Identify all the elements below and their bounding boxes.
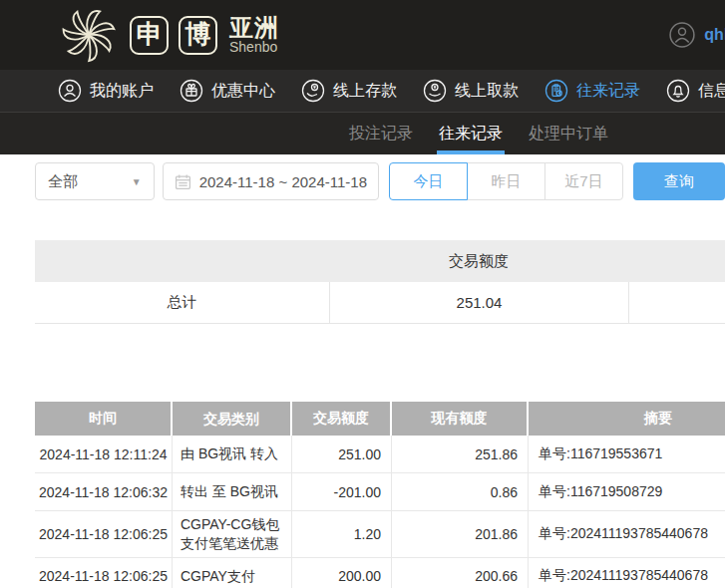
col-summary: 摘要 xyxy=(529,402,725,436)
nav-item-my-account[interactable]: 我的账户 xyxy=(58,79,154,103)
tab-label: 处理中订单 xyxy=(529,125,608,142)
cell-amount: 1.20 xyxy=(292,511,392,557)
calendar-icon xyxy=(175,173,191,190)
cell-time: 2024-11-18 12:06:25 xyxy=(35,558,173,588)
summary-table: 交易额度 总计 251.04 xyxy=(35,240,725,324)
cell-time: 2024-11-18 12:06:25 xyxy=(35,511,173,557)
nav-label: 信息 xyxy=(698,81,725,102)
logo-subtitle: Shenbo xyxy=(229,40,279,55)
table-row: 2024-11-18 12:06:25 CGPAY支付 200.00 200.6… xyxy=(35,558,725,588)
active-tab-underline xyxy=(437,150,505,154)
tab-label: 往来记录 xyxy=(439,125,503,142)
summary-header-row: 交易额度 xyxy=(35,240,725,282)
col-time: 时间 xyxy=(35,402,173,436)
bell-icon xyxy=(666,79,690,103)
gift-icon xyxy=(180,79,203,103)
quick-date-group: 今日 昨日 近7日 xyxy=(389,162,623,200)
filter-row: 全部 ▼ 2024-11-18 ~ 2024-11-18 今日 昨日 近7日 查… xyxy=(35,162,725,200)
nav-label: 线上存款 xyxy=(333,81,397,102)
cell-amount: 251.00 xyxy=(292,436,392,472)
nav-item-deposit[interactable]: 线上存款 xyxy=(301,79,397,103)
transactions-table: 时间 交易类别 交易额度 现有额度 摘要 2024-11-18 12:11:24… xyxy=(35,402,725,588)
flower-logo-icon xyxy=(58,4,120,66)
sub-nav: 投注记录 往来记录 处理中订单 xyxy=(0,113,725,154)
cell-balance: 0.86 xyxy=(392,473,529,510)
cell-time: 2024-11-18 12:06:32 xyxy=(35,473,173,510)
type-select[interactable]: 全部 ▼ xyxy=(35,162,155,200)
col-balance: 现有额度 xyxy=(392,402,529,436)
col-amount: 交易额度 xyxy=(292,402,392,436)
cell-amount: -201.00 xyxy=(292,473,392,510)
col-type: 交易类别 xyxy=(173,402,292,436)
cell-summary: 单号:116719508729 xyxy=(529,473,725,510)
tab-betting-records[interactable]: 投注记录 xyxy=(349,113,413,154)
table-header-row: 时间 交易类别 交易额度 现有额度 摘要 xyxy=(35,402,725,436)
logo-region-text: 亚洲 xyxy=(229,15,279,40)
nav-item-messages[interactable]: 信息 xyxy=(666,79,725,103)
site-logo[interactable]: 申 博 亚洲 Shenbo xyxy=(58,4,279,66)
cell-type: 由 BG视讯 转入 xyxy=(173,436,292,472)
main-nav: 我的账户 优惠中心 线上存款 线上取款 往来记录 xyxy=(0,70,725,113)
summary-header-label: 交易额度 xyxy=(329,252,628,271)
nav-label: 我的账户 xyxy=(90,81,154,102)
cell-summary: 单号:116719553671 xyxy=(529,436,725,472)
table-row: 2024-11-18 12:06:25 CGPAY-CG钱包支付笔笔送优惠 1.… xyxy=(35,511,725,558)
cell-balance: 200.66 xyxy=(392,558,529,588)
withdraw-icon xyxy=(423,79,447,103)
table-row: 2024-11-18 12:11:24 由 BG视讯 转入 251.00 251… xyxy=(35,436,725,473)
summary-total-label: 总计 xyxy=(35,282,329,323)
tab-processing-orders[interactable]: 处理中订单 xyxy=(529,113,608,154)
records-icon xyxy=(544,79,568,103)
user-avatar-icon xyxy=(669,22,695,48)
table-row: 2024-11-18 12:06:32 转出 至 BG视讯 -201.00 0.… xyxy=(35,473,725,511)
cell-summary: 单号:202411193785440678 xyxy=(529,511,725,557)
username-text[interactable]: qhhw2 xyxy=(704,26,725,44)
top-header: 申 博 亚洲 Shenbo qhhw2 xyxy=(0,0,725,70)
tab-label: 投注记录 xyxy=(349,125,413,142)
cell-type: CGPAY-CG钱包支付笔笔送优惠 xyxy=(173,511,292,557)
summary-total-value: 251.04 xyxy=(329,282,628,323)
date-range-input[interactable]: 2024-11-18 ~ 2024-11-18 xyxy=(163,162,379,200)
date-range-value: 2024-11-18 ~ 2024-11-18 xyxy=(199,173,367,190)
cell-balance: 251.86 xyxy=(392,436,529,472)
nav-item-transaction-records[interactable]: 往来记录 xyxy=(544,79,640,103)
today-button[interactable]: 今日 xyxy=(389,162,468,200)
type-select-value: 全部 xyxy=(48,172,78,191)
nav-label: 往来记录 xyxy=(576,81,640,102)
cell-type: CGPAY支付 xyxy=(173,558,292,588)
search-button[interactable]: 查询 xyxy=(633,162,725,200)
nav-item-withdraw[interactable]: 线上取款 xyxy=(423,79,519,103)
chevron-down-icon: ▼ xyxy=(132,176,142,187)
cell-summary: 单号:202411193785440678 xyxy=(529,558,725,588)
logo-char-shen: 申 xyxy=(130,16,169,55)
nav-label: 线上取款 xyxy=(455,81,519,102)
cell-balance: 201.86 xyxy=(392,511,529,557)
nav-label: 优惠中心 xyxy=(211,81,275,102)
nav-item-promotions[interactable]: 优惠中心 xyxy=(180,79,275,103)
last7days-button[interactable]: 近7日 xyxy=(544,162,623,200)
tab-transaction-records[interactable]: 往来记录 xyxy=(439,113,503,154)
cell-type: 转出 至 BG视讯 xyxy=(173,473,292,510)
summary-total-row: 总计 251.04 xyxy=(35,282,725,324)
account-icon xyxy=(58,79,82,103)
deposit-icon xyxy=(301,79,325,103)
logo-char-bo: 博 xyxy=(179,16,217,55)
cell-amount: 200.00 xyxy=(292,558,392,588)
cell-time: 2024-11-18 12:11:24 xyxy=(35,436,173,472)
yesterday-button[interactable]: 昨日 xyxy=(467,162,545,200)
user-account-area[interactable]: qhhw2 xyxy=(669,0,725,70)
